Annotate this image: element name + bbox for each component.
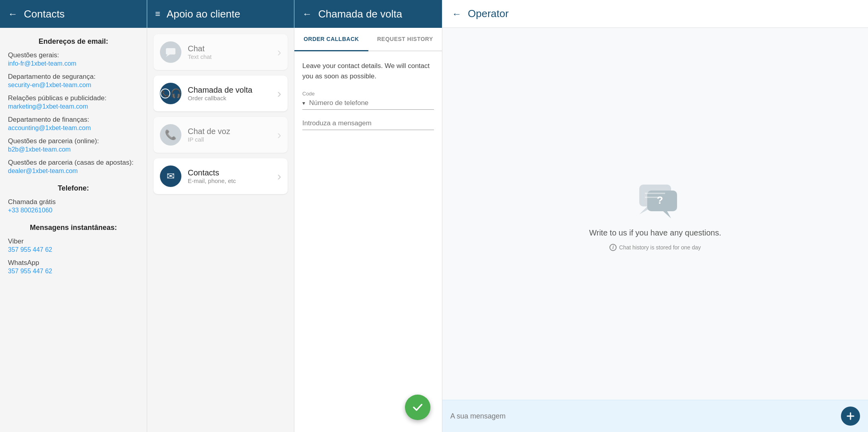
- contacts-header: ← Contacts: [0, 0, 147, 28]
- message-form-group: [302, 119, 434, 130]
- free-call-label: Chamada grátis: [8, 198, 139, 206]
- viber-label: Viber: [8, 237, 139, 245]
- callback-title: Chamada de volta: [318, 8, 402, 20]
- callback-panel: ← Chamada de volta ORDER CALLBACK REQUES…: [294, 0, 442, 432]
- operator-chat-illustration: ?: [627, 177, 683, 222]
- info-icon: i: [609, 244, 617, 251]
- callback-icon: 📞 🎧: [160, 83, 181, 104]
- svg-text:?: ?: [657, 194, 663, 206]
- callback-back-button[interactable]: ←: [302, 8, 312, 19]
- callback-tabs: ORDER CALLBACK REQUEST HISTORY: [294, 28, 442, 51]
- partner-email-link[interactable]: b2b@1xbet-team.com: [8, 146, 139, 153]
- viber-number[interactable]: 357 955 447 62: [8, 246, 139, 253]
- contacts-arrow-icon: ›: [277, 169, 281, 183]
- chat-icon: [160, 41, 181, 63]
- tab-order-callback[interactable]: ORDER CALLBACK: [294, 28, 368, 51]
- phone-row: ▾: [302, 99, 434, 110]
- email-section-title: Endereços de email:: [8, 37, 139, 46]
- chat-arrow-icon: ›: [277, 45, 281, 59]
- svg-marker-7: [663, 211, 671, 218]
- operator-input-row: [442, 400, 868, 432]
- menu-item-chat[interactable]: Chat Text chat ›: [154, 34, 288, 70]
- tab-request-history[interactable]: REQUEST HISTORY: [368, 28, 442, 51]
- contacts-title: Contacts: [24, 8, 65, 20]
- finance-email-link[interactable]: accounting@1xbet-team.com: [8, 125, 139, 132]
- finance-label: Departamento de finanças:: [8, 116, 139, 124]
- history-note-text: Chat history is stored for one day: [619, 244, 701, 251]
- operator-add-button[interactable]: [841, 407, 860, 426]
- general-label: Questões gerais:: [8, 51, 139, 59]
- pr-email-link[interactable]: marketing@1xbet-team.com: [8, 103, 139, 110]
- pr-label: Relações públicas e publicidade:: [8, 94, 139, 102]
- svg-marker-1: [166, 54, 170, 57]
- contacts-text: Contacts E-mail, phone, etc: [188, 168, 236, 184]
- callback-header: ← Chamada de volta: [294, 0, 442, 28]
- voicechat-arrow-icon: ›: [277, 128, 281, 142]
- contacts-content: Endereços de email: Questões gerais: inf…: [0, 28, 147, 432]
- callback-text: Chamada de volta Order callback: [188, 86, 252, 101]
- support-header: ≡ Apoio ao cliente: [147, 0, 294, 28]
- hamburger-icon[interactable]: ≡: [155, 9, 160, 19]
- phone-form-group: Code ▾: [302, 91, 434, 110]
- free-call-number[interactable]: +33 800261060: [8, 207, 139, 214]
- menu-item-callback[interactable]: 📞 🎧 Chamada de volta Order callback ›: [154, 76, 288, 111]
- support-menu: Chat Text chat › 📞 🎧 Chamada de volta Or…: [147, 28, 294, 200]
- operator-title: Operator: [468, 8, 509, 20]
- operator-write-text: Write to us if you have any questions.: [589, 228, 721, 237]
- phone-section-title: Telefone:: [8, 184, 139, 193]
- contacts-icon: ✉: [160, 165, 181, 187]
- contacts-panel: ← Contacts Endereços de email: Questões …: [0, 0, 147, 432]
- operator-message-input[interactable]: [450, 412, 836, 420]
- callback-body: Leave your contact details. We will cont…: [294, 51, 442, 432]
- callback-arrow-icon: ›: [277, 87, 281, 100]
- contacts-back-button[interactable]: ←: [8, 8, 18, 19]
- phone-code-select[interactable]: ▾: [302, 100, 305, 106]
- partner-label: Questões de parceria (online):: [8, 137, 139, 145]
- partner2-label: Questões de parceria (casas de apostas):: [8, 159, 139, 167]
- callback-description: Leave your contact details. We will cont…: [302, 61, 434, 81]
- support-title: Apoio ao cliente: [167, 8, 240, 20]
- general-email-link[interactable]: info-fr@1xbet-team.com: [8, 60, 139, 67]
- svg-text:📞: 📞: [162, 90, 169, 97]
- partner2-email-link[interactable]: dealer@1xbet-team.com: [8, 167, 139, 175]
- svg-rect-0: [166, 48, 175, 54]
- operator-panel: ← Operator ? Write to us if you have any…: [442, 0, 868, 432]
- code-label: Code: [302, 91, 434, 97]
- voicechat-icon: 📞: [160, 124, 181, 146]
- whatsapp-number[interactable]: 357 955 447 62: [8, 268, 139, 275]
- security-label: Departamento de segurança:: [8, 73, 139, 81]
- callback-panel-wrap: ← Chamada de volta ORDER CALLBACK REQUES…: [294, 0, 442, 432]
- menu-item-voicechat[interactable]: 📞 Chat de voz IP call ›: [154, 117, 288, 153]
- phone-number-input[interactable]: [309, 99, 434, 107]
- operator-body: ? Write to us if you have any questions.…: [442, 28, 868, 400]
- message-input[interactable]: [302, 119, 434, 130]
- instant-section-title: Mensagens instantâneas:: [8, 224, 139, 232]
- whatsapp-label: WhatsApp: [8, 259, 139, 267]
- chevron-down-icon: ▾: [302, 100, 305, 106]
- operator-history-note: i Chat history is stored for one day: [609, 244, 701, 251]
- operator-header: ← Operator: [442, 0, 868, 28]
- operator-back-button[interactable]: ←: [452, 8, 461, 19]
- chat-text: Chat Text chat: [188, 44, 212, 60]
- support-panel: ≡ Apoio ao cliente Chat Text chat › �: [147, 0, 294, 432]
- security-email-link[interactable]: security-en@1xbet-team.com: [8, 82, 139, 89]
- submit-fab-button[interactable]: [405, 395, 430, 420]
- menu-item-contacts[interactable]: ✉ Contacts E-mail, phone, etc ›: [154, 158, 288, 194]
- voicechat-text: Chat de voz IP call: [188, 127, 230, 143]
